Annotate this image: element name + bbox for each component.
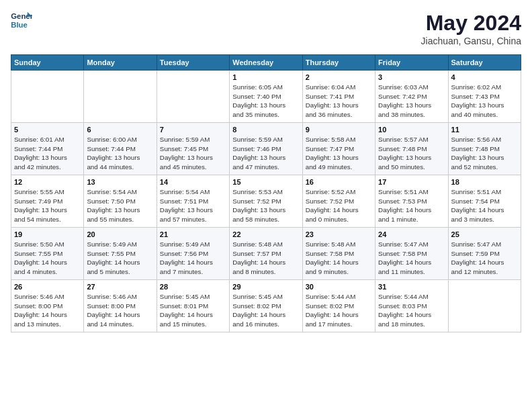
day-number: 26 (14, 283, 81, 291)
calendar-cell: 3Sunrise: 6:03 AM Sunset: 7:42 PM Daylig… (375, 71, 448, 123)
day-number: 27 (87, 283, 153, 291)
svg-text:Blue: Blue (11, 21, 28, 29)
day-info: Sunrise: 6:04 AM Sunset: 7:41 PM Dayligh… (306, 83, 372, 120)
day-info: Sunrise: 5:59 AM Sunset: 7:45 PM Dayligh… (160, 135, 226, 172)
calendar-cell: 18Sunrise: 5:51 AM Sunset: 7:54 PM Dayli… (448, 175, 521, 228)
day-number: 22 (232, 230, 299, 238)
day-number: 30 (306, 283, 372, 291)
day-info: Sunrise: 6:02 AM Sunset: 7:43 PM Dayligh… (451, 83, 518, 120)
day-number: 16 (306, 178, 372, 186)
week-row-4: 19Sunrise: 5:50 AM Sunset: 7:55 PM Dayli… (11, 228, 521, 280)
day-info: Sunrise: 5:56 AM Sunset: 7:48 PM Dayligh… (451, 135, 518, 172)
day-info: Sunrise: 5:47 AM Sunset: 7:59 PM Dayligh… (451, 240, 518, 277)
calendar-cell: 2Sunrise: 6:04 AM Sunset: 7:41 PM Daylig… (302, 71, 375, 123)
calendar-cell (11, 71, 84, 123)
calendar-cell: 21Sunrise: 5:49 AM Sunset: 7:56 PM Dayli… (157, 228, 229, 280)
day-number: 14 (160, 178, 226, 186)
day-number: 13 (87, 178, 153, 186)
day-info: Sunrise: 5:50 AM Sunset: 7:55 PM Dayligh… (14, 240, 81, 277)
calendar-cell: 5Sunrise: 6:01 AM Sunset: 7:44 PM Daylig… (11, 123, 84, 175)
week-row-3: 12Sunrise: 5:55 AM Sunset: 7:49 PM Dayli… (11, 175, 521, 228)
calendar-cell: 22Sunrise: 5:48 AM Sunset: 7:57 PM Dayli… (230, 228, 302, 280)
week-row-2: 5Sunrise: 6:01 AM Sunset: 7:44 PM Daylig… (11, 123, 521, 175)
calendar-cell: 26Sunrise: 5:46 AM Sunset: 8:00 PM Dayli… (11, 280, 84, 332)
day-info: Sunrise: 5:44 AM Sunset: 8:03 PM Dayligh… (378, 292, 445, 329)
day-info: Sunrise: 5:48 AM Sunset: 7:58 PM Dayligh… (306, 240, 372, 277)
day-info: Sunrise: 6:00 AM Sunset: 7:44 PM Dayligh… (87, 135, 153, 172)
day-number: 28 (160, 283, 226, 291)
day-info: Sunrise: 5:53 AM Sunset: 7:52 PM Dayligh… (232, 187, 299, 224)
day-number: 12 (14, 178, 81, 186)
day-number: 3 (378, 73, 445, 81)
logo: General Blue (11, 11, 32, 30)
day-header-wednesday: Wednesday (230, 55, 302, 71)
day-info: Sunrise: 6:05 AM Sunset: 7:40 PM Dayligh… (232, 83, 299, 120)
day-number: 29 (232, 283, 299, 291)
day-info: Sunrise: 5:54 AM Sunset: 7:51 PM Dayligh… (160, 187, 226, 224)
calendar-cell: 27Sunrise: 5:46 AM Sunset: 8:00 PM Dayli… (84, 280, 157, 332)
logo-icon: General Blue (11, 11, 32, 30)
title-block: May 2024 Jiachuan, Gansu, China (421, 11, 521, 46)
day-number: 9 (306, 126, 372, 134)
calendar-cell: 15Sunrise: 5:53 AM Sunset: 7:52 PM Dayli… (230, 175, 302, 228)
calendar-cell: 10Sunrise: 5:57 AM Sunset: 7:48 PM Dayli… (375, 123, 448, 175)
month-year: May 2024 (421, 11, 521, 36)
day-number: 1 (232, 73, 299, 81)
calendar-cell (84, 71, 157, 123)
day-number: 23 (306, 230, 372, 238)
day-number: 8 (232, 126, 299, 134)
day-number: 21 (160, 230, 226, 238)
day-info: Sunrise: 5:57 AM Sunset: 7:48 PM Dayligh… (378, 135, 445, 172)
day-info: Sunrise: 6:01 AM Sunset: 7:44 PM Dayligh… (14, 135, 81, 172)
location: Jiachuan, Gansu, China (421, 36, 521, 46)
day-info: Sunrise: 5:45 AM Sunset: 8:02 PM Dayligh… (232, 292, 299, 329)
day-number: 10 (378, 126, 445, 134)
day-info: Sunrise: 5:55 AM Sunset: 7:49 PM Dayligh… (14, 187, 81, 224)
day-header-sunday: Sunday (11, 55, 84, 71)
calendar-cell: 20Sunrise: 5:49 AM Sunset: 7:55 PM Dayli… (84, 228, 157, 280)
day-number: 7 (160, 126, 226, 134)
calendar-cell: 8Sunrise: 5:59 AM Sunset: 7:46 PM Daylig… (230, 123, 302, 175)
calendar-cell: 1Sunrise: 6:05 AM Sunset: 7:40 PM Daylig… (230, 71, 302, 123)
calendar-cell: 17Sunrise: 5:51 AM Sunset: 7:53 PM Dayli… (375, 175, 448, 228)
day-info: Sunrise: 5:58 AM Sunset: 7:47 PM Dayligh… (306, 135, 372, 172)
calendar-cell: 7Sunrise: 5:59 AM Sunset: 7:45 PM Daylig… (157, 123, 229, 175)
day-info: Sunrise: 5:44 AM Sunset: 8:02 PM Dayligh… (306, 292, 372, 329)
day-number: 24 (378, 230, 445, 238)
day-info: Sunrise: 5:59 AM Sunset: 7:46 PM Dayligh… (232, 135, 299, 172)
day-header-saturday: Saturday (448, 55, 521, 71)
day-info: Sunrise: 5:48 AM Sunset: 7:57 PM Dayligh… (232, 240, 299, 277)
calendar-cell (157, 71, 229, 123)
day-header-thursday: Thursday (302, 55, 375, 71)
day-info: Sunrise: 5:51 AM Sunset: 7:53 PM Dayligh… (378, 187, 445, 224)
day-number: 31 (378, 283, 445, 291)
calendar-cell: 6Sunrise: 6:00 AM Sunset: 7:44 PM Daylig… (84, 123, 157, 175)
day-number: 4 (451, 73, 518, 81)
page-header: General Blue May 2024 Jiachuan, Gansu, C… (11, 11, 521, 46)
calendar-cell: 16Sunrise: 5:52 AM Sunset: 7:52 PM Dayli… (302, 175, 375, 228)
day-number: 11 (451, 126, 518, 134)
calendar-cell: 29Sunrise: 5:45 AM Sunset: 8:02 PM Dayli… (230, 280, 302, 332)
day-info: Sunrise: 5:47 AM Sunset: 7:58 PM Dayligh… (378, 240, 445, 277)
day-number: 19 (14, 230, 81, 238)
day-info: Sunrise: 5:52 AM Sunset: 7:52 PM Dayligh… (306, 187, 372, 224)
day-info: Sunrise: 5:49 AM Sunset: 7:56 PM Dayligh… (160, 240, 226, 277)
calendar-cell: 13Sunrise: 5:54 AM Sunset: 7:50 PM Dayli… (84, 175, 157, 228)
day-header-friday: Friday (375, 55, 448, 71)
calendar-cell: 31Sunrise: 5:44 AM Sunset: 8:03 PM Dayli… (375, 280, 448, 332)
day-number: 17 (378, 178, 445, 186)
calendar-cell: 25Sunrise: 5:47 AM Sunset: 7:59 PM Dayli… (448, 228, 521, 280)
day-info: Sunrise: 5:51 AM Sunset: 7:54 PM Dayligh… (451, 187, 518, 224)
calendar-cell: 24Sunrise: 5:47 AM Sunset: 7:58 PM Dayli… (375, 228, 448, 280)
day-info: Sunrise: 5:46 AM Sunset: 8:00 PM Dayligh… (14, 292, 81, 329)
day-number: 20 (87, 230, 153, 238)
calendar-cell: 9Sunrise: 5:58 AM Sunset: 7:47 PM Daylig… (302, 123, 375, 175)
day-number: 2 (306, 73, 372, 81)
day-number: 25 (451, 230, 518, 238)
calendar-cell (448, 280, 521, 332)
calendar-cell: 14Sunrise: 5:54 AM Sunset: 7:51 PM Dayli… (157, 175, 229, 228)
day-header-tuesday: Tuesday (157, 55, 229, 71)
day-info: Sunrise: 6:03 AM Sunset: 7:42 PM Dayligh… (378, 83, 445, 120)
day-info: Sunrise: 5:45 AM Sunset: 8:01 PM Dayligh… (160, 292, 226, 329)
week-row-5: 26Sunrise: 5:46 AM Sunset: 8:00 PM Dayli… (11, 280, 521, 332)
